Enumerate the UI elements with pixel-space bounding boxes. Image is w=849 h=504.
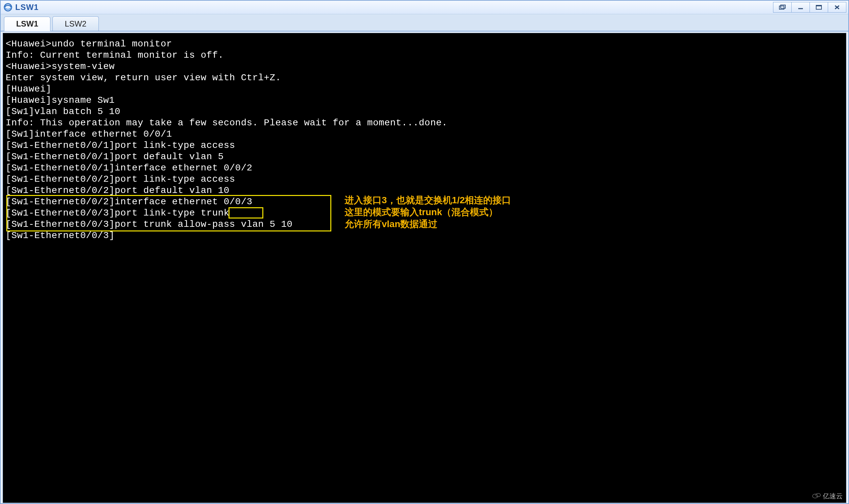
svg-point-8 [813, 494, 818, 498]
watermark-text: 亿速云 [823, 492, 843, 501]
window-title: LSW1 [15, 3, 39, 12]
terminal-area[interactable]: <Huawei>undo terminal monitor Info: Curr… [3, 33, 846, 503]
tab-lsw2[interactable]: LSW2 [52, 16, 99, 31]
svg-rect-2 [781, 5, 785, 8]
close-button[interactable] [828, 2, 846, 13]
tab-lsw1[interactable]: LSW1 [4, 17, 50, 31]
watermark-icon [812, 492, 821, 500]
tabstrip: LSW1 LSW2 [1, 14, 848, 32]
app-icon [3, 3, 13, 12]
titlebar-left: LSW1 [1, 3, 39, 12]
svg-rect-1 [779, 6, 784, 9]
watermark: 亿速云 [812, 492, 843, 501]
tab-label: LSW2 [65, 19, 86, 29]
annotation-line: 这里的模式要输入trunk（混合模式） [345, 206, 511, 218]
annotation-line: 允许所有vlan数据通过 [345, 218, 511, 230]
maximize-button[interactable] [810, 2, 828, 13]
app-window: LSW1 LSW1 LSW2 <Huawei>undo terminal mon… [0, 0, 849, 504]
window-controls [773, 2, 848, 13]
minimize-button[interactable] [792, 2, 810, 13]
titlebar: LSW1 [1, 1, 848, 14]
tab-label: LSW1 [16, 19, 38, 29]
annotation-text: 进入接口3，也就是交换机1/2相连的接口 这里的模式要输入trunk（混合模式）… [345, 194, 511, 230]
annotation-line: 进入接口3，也就是交换机1/2相连的接口 [345, 194, 511, 206]
svg-point-9 [816, 493, 820, 497]
svg-point-0 [4, 4, 12, 11]
restore-down-button[interactable] [773, 2, 792, 13]
